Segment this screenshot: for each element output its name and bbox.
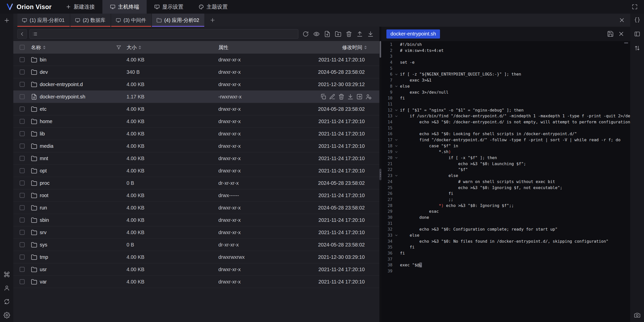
nav-item-3[interactable]: 主题设置	[191, 0, 235, 14]
gear-button[interactable]	[4, 312, 10, 318]
fold-toggle[interactable]	[392, 137, 400, 143]
fold-toggle[interactable]	[392, 143, 400, 149]
copy-button[interactable]	[320, 93, 327, 100]
editor-file-tab[interactable]: docker-entrypoint.sh	[386, 29, 440, 39]
table-row[interactable]: usr4.00 KBdrwxr-xr-x2021-11-24 17:20:10	[13, 263, 379, 276]
sort-size-control[interactable]	[139, 46, 141, 49]
command-button[interactable]	[4, 271, 10, 278]
folder-plus-button[interactable]	[333, 29, 343, 39]
table-row[interactable]: lib4.00 KBdrwxr-xr-x2021-11-24 17:20:10	[13, 128, 379, 140]
session-tab-2[interactable]: (2) 数据库	[70, 14, 110, 27]
table-row[interactable]: media4.00 KBdrwxr-xr-x2021-11-24 17:20:1…	[13, 140, 379, 152]
code-editor[interactable]: 1#!/bin/sh2# vim:sw=4:ts=4:et34set -e56i…	[381, 41, 630, 322]
fold-toggle[interactable]	[392, 107, 400, 113]
table-row[interactable]: sbin4.00 KBdrwxr-xr-x2021-11-24 17:20:10	[13, 214, 379, 226]
table-row[interactable]: home4.00 KBdrwxr-xr-x2021-11-24 17:20:10	[13, 115, 379, 128]
refresh-button[interactable]	[301, 29, 310, 39]
nav-item-2[interactable]: 显示设置	[147, 0, 191, 14]
row-checkbox[interactable]	[20, 230, 25, 235]
plus-button[interactable]	[4, 17, 10, 24]
editor-scrollbar-thumb[interactable]	[624, 42, 628, 44]
eye-button[interactable]	[312, 29, 321, 39]
fold-toggle[interactable]	[392, 71, 400, 77]
table-row[interactable]: var4.00 KBdrwxr-xr-x2021-11-24 17:20:10	[13, 276, 379, 288]
download-button[interactable]	[366, 29, 375, 39]
fold-toggle[interactable]	[392, 83, 400, 89]
session-tab-1[interactable]: (1) 应用-分析01	[17, 14, 70, 27]
code-line: 28 *) echo >&3 "$0: Ignoring $f";;	[381, 203, 630, 209]
row-checkbox[interactable]	[20, 205, 25, 210]
table-row[interactable]: tmp4.00 KBdrwxrwxrwx2021-12-30 03:29:10	[13, 251, 379, 263]
trash-button[interactable]	[344, 29, 354, 39]
panel-button[interactable]	[634, 31, 640, 37]
table-row[interactable]: docker-entrypoint.d4.00 KBdrwxr-xr-x2021…	[13, 78, 379, 91]
row-checkbox[interactable]	[20, 168, 25, 173]
row-checkbox[interactable]	[20, 255, 25, 260]
row-checkbox[interactable]	[20, 131, 25, 136]
row-checkbox[interactable]	[20, 267, 25, 272]
row-checkbox[interactable]	[20, 106, 25, 112]
fullscreen-button[interactable]	[631, 4, 638, 10]
row-checkbox[interactable]	[20, 94, 25, 99]
sync-button[interactable]	[4, 298, 10, 305]
path-input[interactable]	[40, 31, 296, 37]
row-checkbox[interactable]	[20, 119, 25, 124]
trash-button[interactable]	[338, 93, 345, 100]
download-button[interactable]	[347, 93, 354, 100]
row-checkbox[interactable]	[20, 218, 25, 223]
file-attr: drwxr-xr-x	[218, 267, 314, 272]
sort-name-control[interactable]	[43, 46, 46, 49]
table-row[interactable]: sys0 Bdr-xr-xr-x2024-05-28 23:58:02	[13, 239, 379, 251]
editor-close-button[interactable]	[618, 30, 625, 37]
file-list-scrollbar-thumb[interactable]	[380, 41, 381, 58]
nav-item-1[interactable]: 主机终端	[102, 0, 147, 14]
table-row[interactable]: opt4.00 KBdrwxr-xr-x2021-11-24 17:20:10	[13, 165, 379, 177]
sort-mtime-control[interactable]	[364, 46, 367, 49]
close-button[interactable]	[619, 17, 625, 23]
permission-button[interactable]	[365, 93, 372, 100]
row-checkbox[interactable]	[20, 279, 25, 284]
nav-item-0[interactable]: 新建连接	[58, 0, 102, 14]
table-row[interactable]: docker-entrypoint.sh1.17 KB-rwxrwxr-x	[13, 91, 379, 103]
table-row[interactable]: run4.00 KBdrwxr-xr-x2024-05-28 23:58:02	[13, 202, 379, 214]
table-row[interactable]: proc0 Bdr-xr-xr-x2024-05-28 23:58:02	[13, 177, 379, 189]
table-row[interactable]: etc4.00 KBdrwxr-xr-x2024-05-28 23:58:02	[13, 103, 379, 115]
filter-button[interactable]	[116, 45, 122, 50]
code-line: 16 echo >&3 "$0: Looking for shell scrip…	[381, 131, 630, 137]
move-button[interactable]	[356, 93, 363, 100]
swap-button[interactable]	[634, 45, 640, 51]
editor-save-button[interactable]	[607, 30, 614, 37]
edit-button[interactable]	[329, 93, 336, 100]
row-checkbox[interactable]	[20, 82, 25, 87]
back-button[interactable]	[17, 29, 27, 39]
panel-resize-handle[interactable]	[379, 169, 381, 180]
fold-toggle[interactable]	[392, 149, 400, 155]
table-row[interactable]: dev340 Bdrwxr-xr-x2024-05-28 23:58:02	[13, 66, 379, 78]
session-tab-3[interactable]: (3) 中间件	[111, 14, 151, 27]
camera-button[interactable]	[634, 312, 640, 318]
table-row[interactable]: srv4.00 KBdrwxr-xr-x2021-11-24 17:20:10	[13, 226, 379, 239]
table-row[interactable]: root4.00 KBdrwx------2021-11-24 17:20:10	[13, 189, 379, 202]
file-plus-button[interactable]	[323, 29, 332, 39]
app-logo[interactable]: Orion Visor	[0, 0, 58, 14]
fold-toggle[interactable]	[392, 113, 400, 119]
row-checkbox[interactable]	[20, 193, 25, 198]
table-row[interactable]: mnt4.00 KBdrwxr-xr-x2021-11-24 17:20:10	[13, 152, 379, 165]
row-checkbox[interactable]	[20, 242, 25, 247]
upload-button[interactable]	[355, 29, 365, 39]
select-all-checkbox[interactable]	[20, 45, 25, 50]
user-button[interactable]	[4, 285, 10, 291]
table-row[interactable]: bin4.00 KBdrwxr-xr-x2021-11-24 17:20:10	[13, 54, 379, 66]
fold-toggle[interactable]	[392, 173, 400, 179]
fold-toggle[interactable]	[392, 155, 400, 161]
row-checkbox[interactable]	[20, 144, 25, 149]
session-tab-4[interactable]: (4) 应用-分析02	[152, 14, 204, 27]
row-checkbox[interactable]	[20, 181, 25, 186]
new-tab-button[interactable]	[210, 17, 216, 23]
row-checkbox[interactable]	[20, 57, 25, 62]
row-checkbox[interactable]	[20, 156, 25, 161]
row-checkbox[interactable]	[20, 69, 25, 75]
fold-toggle[interactable]	[392, 232, 400, 238]
braces-button[interactable]	[634, 17, 640, 23]
fold-gutter	[392, 101, 400, 107]
